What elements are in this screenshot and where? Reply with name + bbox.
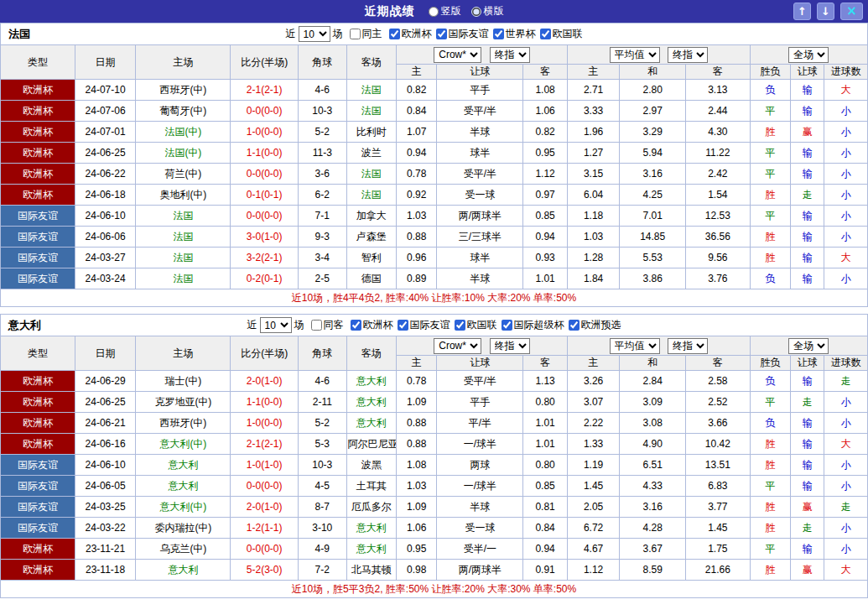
- result-cell: 胜: [750, 560, 790, 581]
- widget-title: 近期战绩: [365, 4, 415, 19]
- handicap-result-cell: 输: [791, 164, 824, 185]
- match-date-cell: 24-06-25: [75, 143, 136, 164]
- same-venue-checkbox[interactable]: [311, 320, 322, 331]
- handicap-cell: 一/球半: [437, 476, 523, 497]
- horizontal-layout-option[interactable]: 横版: [471, 4, 504, 18]
- handicap-result-cell: 赢: [791, 560, 824, 581]
- away-team-cell: 加拿大: [346, 206, 397, 227]
- competition-filter[interactable]: 欧国联: [540, 27, 583, 41]
- match-date-cell: 24-06-05: [75, 476, 136, 497]
- score-cell: 0-1(0-1): [231, 185, 299, 206]
- recent-count-select[interactable]: 10: [260, 317, 292, 333]
- move-up-button[interactable]: ↑: [793, 3, 811, 20]
- scope-select[interactable]: 全场: [788, 47, 829, 63]
- competition-checkbox[interactable]: [540, 29, 551, 39]
- competition-filter[interactable]: 欧洲杯: [389, 27, 432, 41]
- handicap-cell: 受一球: [437, 518, 523, 539]
- match-type-cell: 欧洲杯: [1, 413, 75, 434]
- col-header-goals-result: 进球数: [824, 65, 868, 80]
- col-header-corners: 角球: [299, 45, 346, 80]
- match-row: 国际友谊24-06-06法国3-0(1-0)9-3卢森堡0.88三/三球半0.9…: [1, 227, 868, 248]
- result-cell: 负: [750, 268, 790, 289]
- competition-filter[interactable]: 世界杯: [493, 27, 536, 41]
- section-header: 法国 近 10 场 同主 欧洲杯国际友谊世界杯欧国联: [0, 23, 868, 44]
- col-header-asian-home: 主: [397, 356, 437, 371]
- competition-filter[interactable]: 国际超级杯: [502, 318, 564, 332]
- corners-cell: 3-6: [299, 164, 346, 185]
- col-header-goals-result: 进球数: [824, 356, 868, 371]
- match-date-cell: 24-03-27: [75, 248, 136, 268]
- euro-draw-odds-cell: 8.59: [620, 560, 686, 581]
- competition-filter[interactable]: 欧洲杯: [351, 318, 393, 332]
- score-cell: 2-1(2-1): [231, 80, 299, 101]
- corners-cell: 4-6: [299, 371, 346, 392]
- competition-label: 欧国联: [467, 318, 497, 332]
- average-select[interactable]: 平均值: [610, 338, 660, 354]
- titlebar-buttons: ↑ ↓ ×: [793, 3, 863, 20]
- match-type-cell: 国际友谊: [1, 497, 75, 518]
- euro-home-odds-cell: 2.22: [567, 413, 620, 434]
- asian-away-odds-cell: 0.80: [523, 392, 567, 413]
- asian-home-odds-cell: 0.88: [397, 413, 437, 434]
- company-select[interactable]: Crow*: [434, 338, 481, 354]
- euro-home-odds-cell: 4.67: [567, 539, 620, 560]
- col-header-score: 比分(半场): [231, 45, 299, 80]
- asian-away-odds-cell: 0.95: [523, 143, 567, 164]
- competition-label: 欧洲预选: [581, 318, 621, 332]
- goals-result-cell: 小: [824, 476, 868, 497]
- final-index-select-2[interactable]: 终指: [668, 338, 708, 354]
- competition-checkbox[interactable]: [351, 320, 361, 331]
- home-team-cell: 法国(中): [136, 122, 231, 143]
- home-team-cell: 西班牙(中): [136, 80, 231, 101]
- match-row: 欧洲杯24-07-01法国(中)1-0(0-0)5-2比利时1.07半球0.82…: [1, 122, 868, 143]
- horizontal-layout-radio[interactable]: [471, 7, 481, 17]
- euro-away-odds-cell: 21.66: [686, 560, 751, 581]
- match-row: 欧洲杯24-06-25克罗地亚(中)1-1(0-0)2-11意大利1.09平手0…: [1, 392, 868, 413]
- score-cell: 0-0(0-0): [231, 101, 299, 122]
- away-team-cell: 法国: [346, 101, 397, 122]
- company-select[interactable]: Crow*: [434, 47, 481, 63]
- close-button[interactable]: ×: [840, 3, 863, 20]
- same-venue-filter[interactable]: 同客: [311, 318, 344, 332]
- match-date-cell: 24-06-10: [75, 206, 136, 227]
- asian-away-odds-cell: 1.01: [523, 434, 567, 455]
- competition-filter[interactable]: 国际友谊: [436, 27, 489, 41]
- match-type-cell: 欧洲杯: [1, 80, 75, 101]
- final-index-select[interactable]: 终指: [490, 338, 530, 354]
- scope-select[interactable]: 全场: [788, 338, 829, 354]
- goals-result-cell: 小: [824, 101, 868, 122]
- handicap-result-cell: 输: [791, 268, 824, 289]
- competition-checkbox[interactable]: [389, 29, 400, 39]
- average-select[interactable]: 平均值: [610, 47, 660, 63]
- final-index-select[interactable]: 终指: [490, 47, 530, 63]
- competition-filter[interactable]: 欧洲预选: [569, 318, 621, 332]
- competition-checkbox[interactable]: [398, 320, 408, 331]
- handicap-result-cell: 走: [791, 185, 824, 206]
- results-table: 类型 日期 主场 比分(半场) 角球 客场 Crow* 终指 平均值 终指: [0, 44, 868, 307]
- vertical-layout-radio[interactable]: [429, 7, 439, 17]
- corners-cell: 10-3: [299, 455, 346, 476]
- final-index-select-2[interactable]: 终指: [668, 47, 708, 63]
- match-date-cell: 24-03-22: [75, 518, 136, 539]
- away-team-cell: 意大利: [346, 371, 397, 392]
- competition-checkbox[interactable]: [502, 320, 512, 331]
- goals-result-cell: 小: [824, 413, 868, 434]
- home-team-cell: 法国(中): [136, 143, 231, 164]
- vertical-layout-option[interactable]: 竖版: [429, 4, 461, 18]
- competition-checkbox[interactable]: [436, 29, 447, 39]
- competition-checkbox[interactable]: [569, 320, 580, 331]
- competition-checkbox[interactable]: [455, 320, 465, 331]
- same-venue-checkbox[interactable]: [350, 29, 361, 39]
- euro-odds-group-header: 平均值 终指: [567, 45, 750, 65]
- same-venue-filter[interactable]: 同主: [350, 27, 382, 41]
- move-down-button[interactable]: ↓: [817, 3, 834, 20]
- competition-checkbox[interactable]: [493, 29, 504, 39]
- competition-filter[interactable]: 国际友谊: [398, 318, 450, 332]
- match-date-cell: 23-11-21: [75, 539, 136, 560]
- col-header-asian-home: 主: [397, 65, 437, 80]
- competition-filter[interactable]: 欧国联: [455, 318, 497, 332]
- match-type-cell: 欧洲杯: [1, 371, 75, 392]
- corners-cell: 2-5: [299, 268, 346, 289]
- recent-count-select[interactable]: 10: [299, 26, 330, 42]
- match-date-cell: 24-06-06: [75, 227, 136, 248]
